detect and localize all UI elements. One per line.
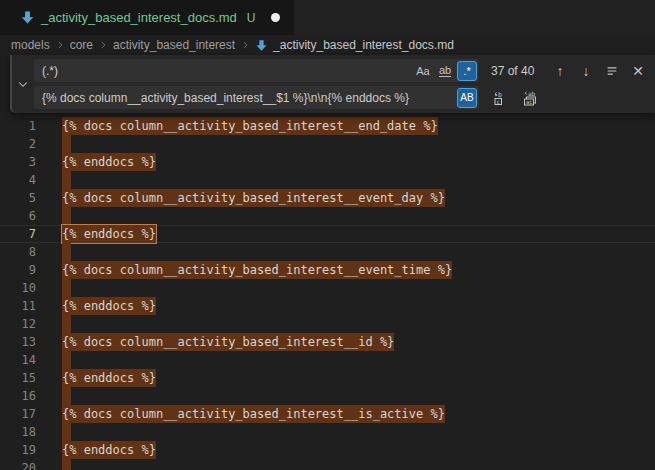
- svg-text:ac: ac: [526, 99, 533, 105]
- tab-active-file[interactable]: _activity_based_interest_docs.md U: [0, 0, 294, 35]
- editor-line[interactable]: 6: [0, 207, 655, 225]
- replace-value: {% docs column__activity_based_interest_…: [34, 91, 457, 105]
- replace-all-icon: ab ac: [522, 90, 538, 106]
- editor-line[interactable]: 17{% docs column__activity_based_interes…: [0, 405, 655, 423]
- editor-line[interactable]: 3{% enddocs %}: [0, 153, 655, 171]
- editor-line[interactable]: 16: [0, 387, 655, 405]
- replace-button[interactable]: b c: [489, 87, 511, 109]
- toggle-replace-button[interactable]: [12, 59, 34, 109]
- editor-line[interactable]: 1{% docs column__activity_based_interest…: [0, 117, 655, 135]
- line-number: 2: [0, 135, 36, 153]
- chevron-right-icon: [55, 40, 65, 50]
- editor-line[interactable]: 10: [0, 279, 655, 297]
- line-number: 8: [0, 243, 36, 261]
- editor-line[interactable]: 12: [0, 315, 655, 333]
- editor-line[interactable]: 14: [0, 351, 655, 369]
- replace-row: {% docs column__activity_based_interest_…: [34, 86, 649, 109]
- empty-line-match[interactable]: [62, 387, 71, 405]
- find-replace-widget: (.*) Aa ab .* 37 of 40 ↑ ↓ ✕: [10, 55, 655, 113]
- breadcrumb-item[interactable]: activity_based_interest: [113, 38, 235, 52]
- regex-icon[interactable]: .*: [457, 61, 477, 81]
- code-text-match[interactable]: {% enddocs %}: [62, 297, 156, 315]
- replace-icon: b c: [492, 90, 508, 106]
- breadcrumb-item-file[interactable]: _activity_based_interest_docs.md: [255, 38, 454, 52]
- unsaved-dot-icon[interactable]: [271, 13, 280, 22]
- breadcrumb: modelscoreactivity_based_interest_activi…: [0, 35, 655, 55]
- code-text-match[interactable]: {% docs column__activity_based_interest_…: [62, 405, 445, 423]
- replace-actions: b c ab ac: [489, 87, 541, 109]
- line-number: 15: [0, 369, 36, 387]
- close-button[interactable]: ✕: [627, 60, 649, 82]
- breadcrumb-item[interactable]: models: [11, 38, 50, 52]
- line-number: 19: [0, 441, 36, 459]
- empty-line-match[interactable]: [62, 279, 71, 297]
- editor-line[interactable]: 15{% enddocs %}: [0, 369, 655, 387]
- markdown-file-icon: [20, 10, 35, 25]
- find-in-selection-icon: [605, 64, 619, 78]
- replace-all-button[interactable]: ab ac: [519, 87, 541, 109]
- search-value: (.*): [34, 64, 413, 78]
- preserve-case-icon[interactable]: AB: [457, 88, 477, 108]
- code-text-match[interactable]: {% enddocs %}: [62, 153, 156, 171]
- editor-line[interactable]: 13{% docs column__activity_based_interes…: [0, 333, 655, 351]
- empty-line-match[interactable]: [62, 351, 71, 369]
- line-number: 11: [0, 297, 36, 315]
- code-text-match[interactable]: {% enddocs %}: [62, 225, 156, 243]
- next-match-button[interactable]: ↓: [575, 60, 597, 82]
- editor-line[interactable]: 20: [0, 459, 655, 470]
- code-text-match[interactable]: {% docs column__activity_based_interest_…: [62, 333, 394, 351]
- code-text-match[interactable]: {% enddocs %}: [62, 441, 156, 459]
- empty-line-match[interactable]: [62, 171, 71, 189]
- editor-line[interactable]: 5{% docs column__activity_based_interest…: [0, 189, 655, 207]
- find-row: (.*) Aa ab .* 37 of 40 ↑ ↓ ✕: [34, 59, 649, 82]
- breadcrumb-item[interactable]: core: [70, 38, 93, 52]
- match-case-icon[interactable]: Aa: [413, 61, 433, 81]
- results-count: 37 of 40: [491, 64, 534, 78]
- replace-input[interactable]: {% docs column__activity_based_interest_…: [34, 86, 479, 109]
- code-text-match[interactable]: {% docs column__activity_based_interest_…: [62, 189, 445, 207]
- editor-line[interactable]: 11{% enddocs %}: [0, 297, 655, 315]
- empty-line-match[interactable]: [62, 423, 71, 441]
- tab-filename: _activity_based_interest_docs.md: [41, 10, 237, 25]
- code-text-match[interactable]: {% enddocs %}: [62, 369, 156, 387]
- line-number: 20: [0, 459, 36, 470]
- close-icon: ✕: [632, 63, 644, 79]
- chevron-down-icon: [17, 78, 29, 90]
- code-text-match[interactable]: {% docs column__activity_based_interest_…: [62, 117, 438, 135]
- git-status-badge: U: [247, 11, 256, 25]
- editor-line[interactable]: 8: [0, 243, 655, 261]
- previous-match-button[interactable]: ↑: [549, 60, 571, 82]
- line-number: 6: [0, 207, 36, 225]
- markdown-file-icon: [255, 39, 268, 52]
- empty-line-match[interactable]: [62, 135, 71, 153]
- svg-text:ab: ab: [528, 90, 536, 97]
- editor-line[interactable]: 9{% docs column__activity_based_interest…: [0, 261, 655, 279]
- empty-line-match[interactable]: [62, 243, 71, 261]
- empty-line-match[interactable]: [62, 459, 71, 470]
- editor[interactable]: 1{% docs column__activity_based_interest…: [0, 55, 655, 470]
- find-actions: ↑ ↓ ✕: [549, 60, 649, 82]
- line-number: 14: [0, 351, 36, 369]
- editor-line[interactable]: 19{% enddocs %}: [0, 441, 655, 459]
- editor-line[interactable]: 7{% enddocs %}: [0, 225, 655, 243]
- line-number: 3: [0, 153, 36, 171]
- editor-line[interactable]: 2: [0, 135, 655, 153]
- line-number: 4: [0, 171, 36, 189]
- whole-word-icon[interactable]: ab: [435, 61, 455, 81]
- find-in-selection-button[interactable]: [601, 60, 623, 82]
- line-number: 16: [0, 387, 36, 405]
- line-number: 17: [0, 405, 36, 423]
- empty-line-match[interactable]: [62, 207, 71, 225]
- editor-line[interactable]: 4: [0, 171, 655, 189]
- line-number: 10: [0, 279, 36, 297]
- line-number: 13: [0, 333, 36, 351]
- code-text-match[interactable]: {% docs column__activity_based_interest_…: [62, 261, 452, 279]
- line-number: 7: [0, 225, 36, 243]
- chevron-right-icon: [240, 40, 250, 50]
- editor-lines: 1{% docs column__activity_based_interest…: [0, 55, 655, 470]
- search-input[interactable]: (.*) Aa ab .*: [34, 59, 479, 82]
- editor-line[interactable]: 18: [0, 423, 655, 441]
- line-number: 1: [0, 117, 36, 135]
- svg-text:c: c: [497, 97, 501, 104]
- empty-line-match[interactable]: [62, 315, 71, 333]
